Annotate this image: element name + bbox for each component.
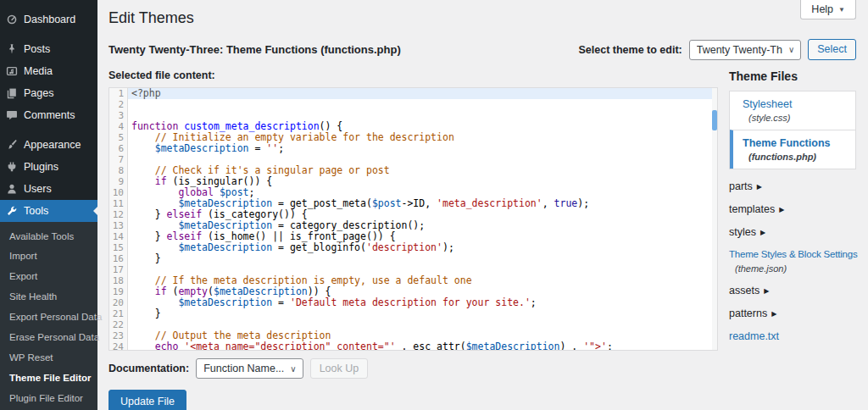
- submenu-item-import[interactable]: Import: [0, 247, 97, 267]
- code-token: '<meta name="description" content="': [184, 341, 395, 350]
- theme-select[interactable]: Twenty Twenty-Th ∨: [689, 40, 802, 60]
- page-title: Edit Themes: [108, 8, 856, 28]
- folder-patterns[interactable]: patterns▶: [729, 308, 856, 320]
- submenu-item-export-personal-data[interactable]: Export Personal Data: [0, 308, 97, 328]
- code-line[interactable]: $metaDescription = 'Default meta descrip…: [128, 297, 717, 308]
- code-line[interactable]: $metaDescription = '';: [128, 143, 717, 154]
- help-button[interactable]: Help ▼: [800, 0, 856, 19]
- theme-file-stylesheet[interactable]: Stylesheet(style.css): [730, 91, 855, 130]
- line-number: 21: [111, 308, 124, 319]
- code-token: ->ID,: [402, 197, 437, 209]
- code-token: ;: [607, 341, 613, 350]
- update-file-row: Update File: [108, 390, 718, 410]
- code-token: 'Default meta description for your site.…: [290, 296, 531, 308]
- line-number: 11: [111, 198, 124, 209]
- folder-parts[interactable]: parts▶: [729, 180, 856, 193]
- code-token: );: [577, 197, 589, 209]
- code-token: '">': [583, 341, 607, 350]
- sidebar-item-label: Appearance: [24, 140, 81, 151]
- code-line[interactable]: [128, 99, 717, 110]
- theme-file-link-theme-json[interactable]: Theme Styles & Block Settings(theme.json…: [729, 249, 856, 274]
- submenu-item-site-health[interactable]: Site Health: [0, 287, 97, 308]
- main-content: Help ▼ Edit Themes Twenty Twenty-Three: …: [97, 0, 868, 410]
- folder-row: parts▶: [729, 180, 856, 193]
- submenu-item-erase-personal-data[interactable]: Erase Personal Data: [0, 328, 97, 348]
- theme-files-tree: parts▶templates▶styles▶Theme Styles & Bl…: [729, 180, 856, 343]
- line-number: 13: [111, 220, 124, 231]
- code-area[interactable]: <?php function custom_meta_description()…: [128, 88, 717, 350]
- code-token: 'meta_description': [437, 197, 542, 209]
- sidebar-item-users[interactable]: Users: [0, 178, 97, 200]
- code-token: $metaDescription: [155, 142, 249, 154]
- code-token: }: [131, 308, 161, 319]
- code-token: [131, 131, 155, 143]
- folder-templates[interactable]: templates▶: [729, 203, 856, 216]
- sidebar-item-appearance[interactable]: Appearance: [0, 134, 97, 156]
- sidebar-item-label: Media: [24, 66, 53, 77]
- documentation-label: Documentation:: [108, 363, 189, 374]
- submenu-item-available-tools[interactable]: Available Tools: [0, 226, 97, 247]
- code-token: (is_home() || is_front_page()) {: [202, 230, 395, 242]
- editor-scrollbar-thumb[interactable]: [712, 110, 717, 130]
- line-number: 2: [111, 99, 124, 110]
- sidebar-item-pages[interactable]: Pages: [0, 82, 97, 104]
- sidebar-item-tools[interactable]: Tools: [0, 200, 97, 222]
- theme-file-link-readme[interactable]: readme.txt: [729, 330, 856, 343]
- line-number: 7: [111, 154, 124, 165]
- code-line[interactable]: }: [128, 253, 717, 264]
- line-number: 16: [111, 253, 124, 264]
- look-up-button[interactable]: Look Up: [310, 358, 369, 380]
- sidebar-item-label: Posts: [24, 44, 50, 55]
- code-token: [131, 341, 155, 350]
- code-token: [214, 186, 220, 198]
- code-line[interactable]: }: [128, 308, 717, 319]
- submenu-item-wp-reset[interactable]: WP Reset: [0, 348, 97, 368]
- code-token: [131, 241, 178, 253]
- code-line[interactable]: $metaDescription = get_bloginfo('descrip…: [128, 242, 717, 253]
- code-token: echo: [155, 341, 179, 350]
- code-token: =: [248, 142, 266, 154]
- code-token: global: [178, 186, 214, 198]
- sidebar-item-media[interactable]: Media: [0, 60, 97, 82]
- code-token: elseif: [167, 208, 203, 220]
- submenu-item-plugin-file-editor[interactable]: Plugin File Editor: [0, 389, 97, 409]
- line-number: 6: [111, 143, 124, 154]
- theme-select-label: Select theme to edit:: [578, 44, 682, 56]
- line-number: 14: [111, 231, 124, 242]
- chevron-down-icon: ∨: [290, 364, 296, 374]
- code-line[interactable]: echo '<meta name="description" content="…: [128, 341, 717, 350]
- code-token: $metaDescription: [178, 197, 272, 209]
- sidebar-item-comments[interactable]: Comments: [0, 104, 97, 126]
- code-token: custom_meta_description: [184, 120, 319, 132]
- submenu-item-export[interactable]: Export: [0, 267, 97, 287]
- code-token: . esc_attr(: [396, 341, 466, 350]
- code-token: (is_category()) {: [202, 208, 308, 220]
- sidebar-item-dashboard[interactable]: Dashboard: [0, 8, 97, 30]
- code-token: [131, 219, 178, 231]
- submenu-item-theme-file-editor[interactable]: Theme File Editor: [0, 368, 97, 389]
- code-line[interactable]: <?php: [128, 88, 717, 99]
- theme-file-theme-functions[interactable]: Theme Functions(functions.php): [730, 130, 855, 169]
- code-token: // If the meta description is empty, use…: [155, 274, 472, 286]
- code-editor[interactable]: 123456789101112131415161718192021222324 …: [108, 87, 718, 351]
- update-file-button[interactable]: Update File: [108, 390, 186, 410]
- code-token: (: [167, 285, 179, 297]
- folder-label: patterns: [729, 308, 767, 320]
- folder-styles[interactable]: styles▶: [729, 226, 856, 239]
- code-token: [131, 285, 155, 297]
- folder-arrow-icon: ▶: [779, 206, 784, 214]
- select-theme-button[interactable]: Select: [808, 39, 856, 60]
- line-number: 24: [111, 341, 124, 351]
- editor-scrollbar[interactable]: [712, 88, 717, 350]
- folder-row: styles▶: [729, 226, 856, 239]
- theme-select-group: Select theme to edit: Twenty Twenty-Th ∨…: [578, 39, 856, 60]
- line-number: 5: [111, 132, 124, 143]
- folder-assets[interactable]: assets▶: [729, 285, 856, 297]
- sidebar-item-plugins[interactable]: Plugins: [0, 156, 97, 178]
- sidebar-item-posts[interactable]: Posts: [0, 38, 97, 60]
- admin-menu-top: DashboardPostsMediaPagesCommentsAppearan…: [0, 8, 97, 222]
- documentation-select[interactable]: Function Name... ∨: [196, 358, 303, 379]
- folder-row: templates▶: [729, 203, 856, 216]
- line-number: 4: [111, 121, 124, 132]
- code-token: [131, 274, 155, 286]
